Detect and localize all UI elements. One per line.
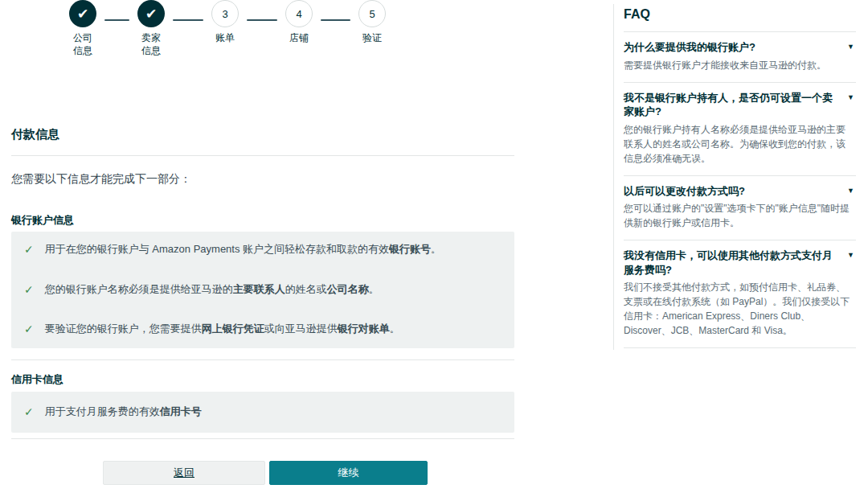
step-label: 账单 xyxy=(215,32,235,45)
checklist-text: 用于在您的银行账户与 Amazon Payments 账户之间轻松存款和取款的有… xyxy=(45,242,441,257)
checklist-item: ✓您的银行账户名称必须是提供给亚马逊的主要联系人的姓名或公司名称。 xyxy=(24,282,502,298)
chevron-down-icon[interactable]: ▼ xyxy=(847,91,854,102)
step-number: 5 xyxy=(358,0,386,27)
checklist-text: 要验证您的银行账户，您需要提供网上银行凭证或向亚马逊提供银行对账单。 xyxy=(45,322,400,336)
progress-stepper: ✔公司 信息✔卖家 信息3账单4店铺5验证 xyxy=(0,0,418,56)
check-icon: ✔ xyxy=(69,0,96,27)
faq-question-text: 我不是银行账户持有人，是否仍可设置一个卖家账户? xyxy=(624,91,841,119)
check-icon: ✓ xyxy=(24,282,34,298)
page-title: 付款信息 xyxy=(11,127,59,142)
registration-page: ✔公司 信息✔卖家 信息3账单4店铺5验证 付款信息 您需要以下信息才能完成下一… xyxy=(0,0,868,493)
step-number: 4 xyxy=(285,0,313,27)
checklist-text: 您的银行账户名称必须是提供给亚马逊的主要联系人的姓名或公司名称。 xyxy=(45,282,379,297)
check-icon: ✔ xyxy=(137,0,165,27)
action-buttons: 返回 继续 xyxy=(11,461,514,485)
checklist-item: ✓要验证您的银行账户，您需要提供网上银行凭证或向亚马逊提供银行对账单。 xyxy=(24,322,502,338)
divider xyxy=(11,155,514,156)
faq-question[interactable]: 我没有信用卡，可以使用其他付款方式支付月服务费吗?▼ xyxy=(624,249,854,277)
checklist-item: ✓用于在您的银行账户与 Amazon Payments 账户之间轻松存款和取款的… xyxy=(24,242,502,258)
stepper-step-3: 3账单 xyxy=(199,0,251,45)
faq-panel: FAQ 为什么要提供我的银行账户?▼需要提供银行账户才能接收来自亚马逊的付款。我… xyxy=(613,4,856,350)
faq-question[interactable]: 我不是银行账户持有人，是否仍可设置一个卖家账户?▼ xyxy=(624,91,854,119)
faq-item: 我没有信用卡，可以使用其他付款方式支付月服务费吗?▼我们不接受其他付款方式，如预… xyxy=(624,240,856,348)
checklist-text: 用于支付月服务费的有效信用卡号 xyxy=(45,405,202,419)
faq-question-text: 我没有信用卡，可以使用其他付款方式支付月服务费吗? xyxy=(624,249,841,277)
stepper-connector xyxy=(247,19,277,21)
check-icon: ✓ xyxy=(24,242,34,258)
faq-answer: 您的银行账户持有人名称必须是提供给亚马逊的主要联系人的姓名或公司名称。为确保收到… xyxy=(624,122,854,166)
faq-question-text: 为什么要提供我的银行账户? xyxy=(624,40,755,55)
step-label: 公司 信息 xyxy=(73,32,92,57)
faq-title: FAQ xyxy=(624,7,856,32)
divider xyxy=(11,438,514,439)
step-label: 店铺 xyxy=(289,32,309,45)
intro-text: 您需要以下信息才能完成下一部分： xyxy=(11,172,191,187)
step-number: 3 xyxy=(211,0,239,27)
faq-question[interactable]: 为什么要提供我的银行账户?▼ xyxy=(624,40,854,55)
step-label: 卖家 信息 xyxy=(141,32,161,57)
faq-item: 为什么要提供我的银行账户?▼需要提供银行账户才能接收来自亚马逊的付款。 xyxy=(624,32,856,83)
credit-card-checklist: ✓用于支付月服务费的有效信用卡号 xyxy=(11,392,514,433)
stepper-connector xyxy=(321,19,350,21)
stepper-step-4: 4店铺 xyxy=(273,0,325,45)
faq-item: 我不是银行账户持有人，是否仍可设置一个卖家账户?▼您的银行账户持有人名称必须是提… xyxy=(624,83,856,176)
stepper-step-5: 5验证 xyxy=(346,0,398,45)
stepper-connector xyxy=(173,19,203,21)
stepper-connector xyxy=(104,19,129,21)
faq-question-text: 以后可以更改付款方式吗? xyxy=(624,184,745,199)
faq-answer: 您可以通过账户的"设置"选项卡下的"账户信息"随时提供新的银行账户或信用卡。 xyxy=(624,201,854,230)
stepper-step-2: ✔卖家 信息 xyxy=(125,0,177,57)
divider xyxy=(11,359,514,360)
check-icon: ✓ xyxy=(24,405,34,421)
faq-answer: 需要提供银行账户才能接收来自亚马逊的付款。 xyxy=(624,58,854,72)
faq-answer: 我们不接受其他付款方式，如预付信用卡、礼品券、支票或在线付款系统（如 PayPa… xyxy=(624,280,854,338)
continue-button[interactable]: 继续 xyxy=(269,461,428,485)
faq-question[interactable]: 以后可以更改付款方式吗?▼ xyxy=(624,184,854,199)
bank-info-checklist: ✓用于在您的银行账户与 Amazon Payments 账户之间轻松存款和取款的… xyxy=(11,232,514,348)
chevron-down-icon[interactable]: ▼ xyxy=(847,184,854,195)
faq-list: 为什么要提供我的银行账户?▼需要提供银行账户才能接收来自亚马逊的付款。我不是银行… xyxy=(624,32,856,348)
back-button[interactable]: 返回 xyxy=(103,461,265,485)
stepper-step-1: ✔公司 信息 xyxy=(57,0,108,57)
step-label: 验证 xyxy=(362,32,382,45)
section-label-bank: 银行账户信息 xyxy=(11,213,74,228)
check-icon: ✓ xyxy=(24,322,34,338)
section-label-credit-card: 信用卡信息 xyxy=(11,372,63,387)
chevron-down-icon[interactable]: ▼ xyxy=(847,40,854,51)
chevron-down-icon[interactable]: ▼ xyxy=(847,249,854,260)
checklist-item: ✓用于支付月服务费的有效信用卡号 xyxy=(24,405,502,421)
faq-item: 以后可以更改付款方式吗?▼您可以通过账户的"设置"选项卡下的"账户信息"随时提供… xyxy=(624,176,856,241)
